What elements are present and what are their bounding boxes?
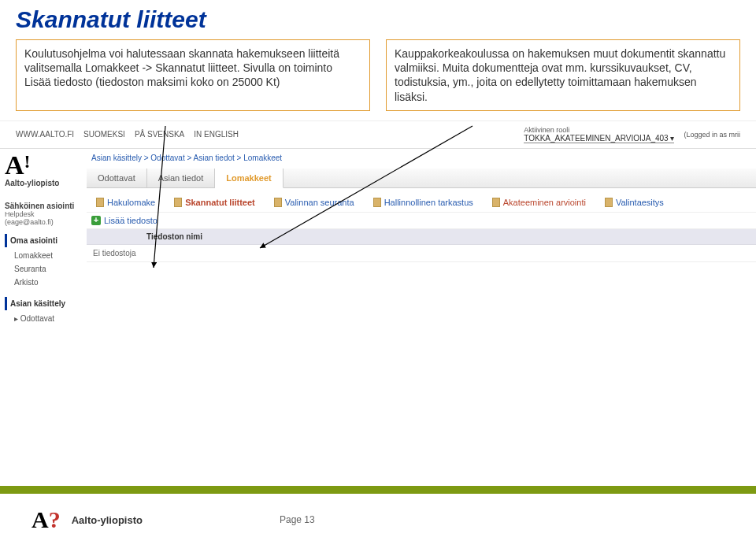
sidebar: A! Aalto‑yliopisto Sähköinen asiointi He… — [0, 149, 87, 331]
footer-logo: A? — [32, 506, 61, 533]
app-screenshot: WWW.AALTO.FI SUOMEKSI PÅ SVENSKA IN ENGL… — [0, 120, 756, 331]
help-title: Sähköinen asiointi — [5, 202, 82, 210]
subtab-skannatut[interactable]: Skannatut liitteet — [165, 193, 265, 212]
login-status: (Logged in as mrii — [684, 131, 740, 139]
sidebar-head-asian[interactable]: Asian käsittely — [5, 297, 82, 310]
doc-icon — [174, 198, 182, 207]
page-number: Page 13 — [280, 514, 315, 525]
add-file-link[interactable]: Lisää tiedosto — [104, 216, 158, 225]
sidebar-item-lomakkeet[interactable]: Lomakkeet — [5, 249, 82, 262]
plus-icon: + — [91, 216, 101, 225]
role-select[interactable]: TOKKA_AKATEEMINEN_ARVIOIJA_403 ▾ — [524, 134, 674, 143]
footer-site: Aalto-yliopisto — [72, 514, 143, 526]
tab-asiantiedot[interactable]: Asian tiedot — [147, 169, 215, 187]
main-tabs: Odottavat Asian tiedot Lomakkeet — [87, 169, 756, 188]
bc-0[interactable]: Asian käsittely — [91, 154, 142, 162]
doc-icon — [274, 198, 282, 207]
footer: A? Aalto-yliopisto Page 13 — [0, 506, 756, 533]
tab-lomakkeet[interactable]: Lomakkeet — [215, 169, 283, 188]
top-links-bar: WWW.AALTO.FI SUOMEKSI PÅ SVENSKA IN ENGL… — [0, 121, 756, 149]
bc-2[interactable]: Asian tiedot — [194, 154, 235, 162]
sidebar-item-seuranta[interactable]: Seuranta — [5, 262, 82, 276]
sub-tabs: Hakulomake Skannatut liitteet Valinnan s… — [87, 193, 756, 213]
doc-icon — [605, 198, 613, 207]
breadcrumb: Asian käsittely > Odottavat > Asian tied… — [87, 152, 756, 164]
file-table-header: Tiedoston nimi — [87, 229, 756, 245]
page-title: Skannatut liitteet — [0, 0, 756, 36]
sidebar-item-odottavat[interactable]: ▸ Odottavat — [5, 312, 82, 325]
site-url[interactable]: WWW.AALTO.FI — [16, 130, 74, 139]
bc-1[interactable]: Odottavat — [150, 154, 184, 162]
subtab-seuranta[interactable]: Valinnan seuranta — [265, 193, 364, 212]
role-label: Aktiivinen rooli — [524, 126, 674, 134]
doc-icon — [373, 198, 381, 207]
add-row: + Lisää tiedosto — [87, 213, 756, 229]
subtab-valintaesitys[interactable]: Valintaesitys — [595, 193, 673, 212]
content-area: Asian käsittely > Odottavat > Asian tied… — [87, 149, 756, 331]
bc-3[interactable]: Lomakkeet — [243, 154, 282, 162]
callout-right: Kauppakorkeakoulussa on hakemuksen muut … — [386, 39, 740, 111]
site-name: Aalto‑yliopisto — [5, 179, 82, 187]
lang-fi[interactable]: SUOMEKSI — [83, 130, 125, 139]
no-files-row: Ei tiedostoja — [87, 245, 756, 262]
callout-left: Koulutusohjelma voi halutessaan skannata… — [16, 39, 370, 111]
subtab-akateeminen[interactable]: Akateeminen arviointi — [483, 193, 595, 212]
helpdesk-link[interactable]: Helpdesk (eage@aalto.fi) — [5, 210, 82, 226]
lang-sv[interactable]: PÅ SVENSKA — [135, 130, 184, 139]
tab-odottavat[interactable]: Odottavat — [87, 169, 147, 187]
aalto-logo: A! — [5, 154, 82, 178]
subtab-hallinnollinen[interactable]: Hallinnollinen tarkastus — [364, 193, 483, 212]
doc-icon — [96, 198, 104, 207]
footer-bar — [0, 486, 756, 494]
sidebar-head-oma[interactable]: Oma asiointi — [5, 234, 82, 247]
lang-en[interactable]: IN ENGLISH — [194, 130, 239, 139]
subtab-hakulomake[interactable]: Hakulomake — [87, 193, 165, 212]
sidebar-item-arkisto[interactable]: Arkisto — [5, 276, 82, 289]
doc-icon — [492, 198, 500, 207]
